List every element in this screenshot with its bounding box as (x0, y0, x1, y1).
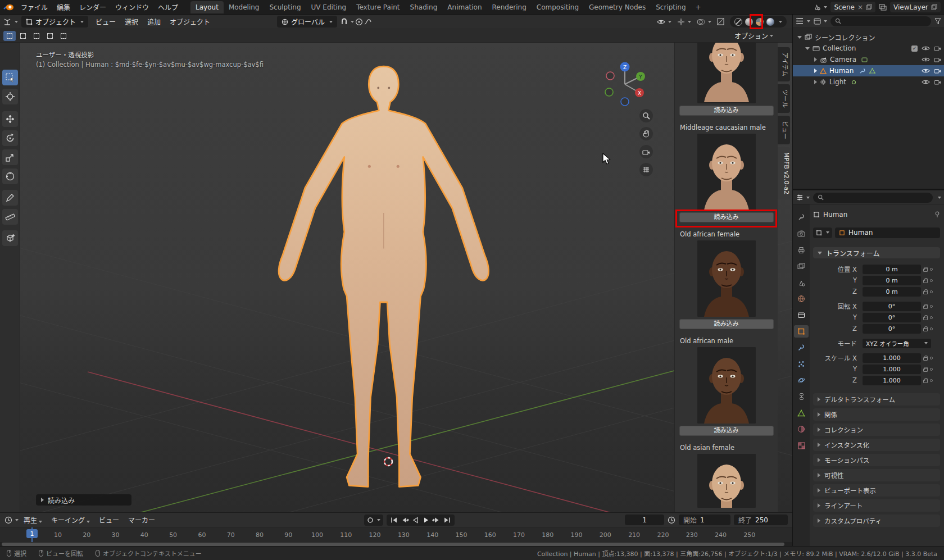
workspace-tab-uv-editing[interactable]: UV Editing (306, 1, 352, 13)
use-preview-range-icon[interactable] (668, 516, 675, 524)
load-preset-button[interactable]: 読み込み (679, 106, 774, 116)
new-viewlayer-icon[interactable] (931, 4, 937, 10)
frame-end-field[interactable]: 終了 250 (734, 515, 788, 525)
disable-render-icon[interactable] (934, 45, 941, 51)
outliner-row-camera[interactable]: Camera (793, 54, 944, 65)
disable-render-icon[interactable] (934, 57, 941, 62)
preset-thumbnail-partial-top[interactable] (697, 43, 756, 103)
section-relations[interactable]: 関係 (813, 408, 940, 421)
playhead-frame-badge[interactable]: 1 (26, 529, 38, 538)
tab-view-layer[interactable] (794, 260, 809, 272)
preset-thumbnail-old-african-female[interactable] (697, 240, 756, 317)
menu-edit[interactable]: 編集 (52, 0, 75, 15)
record-icon[interactable] (367, 517, 374, 523)
section-motion-paths[interactable]: モーションパス (813, 454, 940, 466)
menu-viewport-object[interactable]: オブジェクト (166, 17, 214, 26)
animate-dot-icon[interactable] (930, 368, 933, 371)
toggle-perspective-button[interactable] (639, 163, 653, 176)
section-instancing[interactable]: インスタンス化 (813, 439, 940, 451)
hide-eye-icon[interactable] (922, 68, 930, 74)
menu-file[interactable]: ファイル (16, 0, 52, 15)
tab-object-data[interactable] (794, 407, 809, 419)
play-reverse-button[interactable] (411, 516, 420, 524)
workspace-tab-compositing[interactable]: Compositing (532, 1, 584, 13)
close-icon[interactable]: × (857, 3, 863, 11)
lock-icon[interactable] (923, 268, 928, 272)
sidebar-tab-view[interactable]: ビュー (778, 116, 790, 144)
hide-eye-icon[interactable] (922, 57, 930, 62)
sidebar-tab-tool[interactable]: ツール (778, 84, 790, 113)
animate-dot-icon[interactable] (930, 279, 933, 282)
select-mode-extend-button[interactable] (17, 31, 29, 41)
rotation-z-field[interactable]: 0° (863, 324, 921, 334)
properties-editor-type-button[interactable] (796, 194, 810, 201)
section-delta-transform[interactable]: デルタトランスフォーム (813, 393, 940, 406)
hide-eye-icon[interactable] (922, 79, 930, 85)
sidebar-tab-mpfb[interactable]: MPFB v2.0-a2 (778, 147, 790, 199)
preset-thumbnail-middleage-caucasian-male[interactable] (697, 134, 756, 210)
tab-material[interactable] (794, 423, 809, 435)
viewlayer-browse-button[interactable] (879, 4, 887, 11)
load-preset-button[interactable]: 読み込み (679, 319, 774, 329)
expand-icon[interactable] (814, 69, 817, 73)
workspace-tab-scripting[interactable]: Scripting (651, 1, 691, 13)
scenes-browse-button[interactable] (813, 3, 827, 11)
current-frame-field[interactable]: 1 (625, 515, 664, 525)
tab-physics[interactable] (794, 374, 809, 386)
transform-orientation-dropdown[interactable]: グローバル (277, 16, 337, 28)
snap-toggle[interactable] (341, 18, 354, 25)
timeline-ruler[interactable]: 1020304050607080901001101201301401501601… (0, 527, 792, 542)
lock-icon[interactable] (923, 280, 928, 283)
load-preset-button[interactable]: 読み込み (679, 426, 774, 436)
tool-rotate[interactable] (2, 130, 18, 146)
expand-icon[interactable] (814, 80, 817, 84)
tool-select-box[interactable] (2, 70, 18, 85)
tab-object[interactable] (794, 325, 809, 338)
workspace-tab-animation[interactable]: Animation (442, 1, 487, 13)
workspace-tab-sculpting[interactable]: Sculpting (264, 1, 306, 13)
add-workspace-button[interactable]: + (691, 3, 706, 11)
outliner-row-light[interactable]: Light (793, 76, 944, 88)
animate-dot-icon[interactable] (930, 305, 933, 308)
animate-dot-icon[interactable] (930, 379, 933, 382)
tool-measure[interactable] (2, 209, 18, 225)
location-y-field[interactable]: 0 m (863, 276, 921, 285)
workspace-tab-layout[interactable]: Layout (190, 1, 224, 13)
rotation-y-field[interactable]: 0° (863, 313, 921, 322)
workspace-tab-geometry-nodes[interactable]: Geometry Nodes (584, 1, 651, 13)
gizmos-dropdown[interactable] (677, 18, 691, 26)
section-visibility[interactable]: 可視性 (813, 469, 940, 481)
new-scene-icon[interactable] (866, 4, 872, 10)
next-keyframe-button[interactable] (432, 516, 441, 524)
preset-thumbnail-partial-bottom[interactable] (697, 454, 756, 508)
zoom-button[interactable] (639, 109, 653, 122)
exclude-checkbox[interactable]: ✓ (911, 45, 918, 52)
expand-icon[interactable] (797, 36, 802, 39)
animate-dot-icon[interactable] (930, 357, 933, 359)
disable-render-icon[interactable] (934, 79, 941, 85)
object-visibility-dropdown[interactable] (657, 19, 671, 25)
scale-x-field[interactable]: 1.000 (863, 353, 921, 363)
outliner-display-mode-button[interactable] (814, 18, 827, 25)
menu-keying[interactable]: キーイング (47, 515, 94, 525)
tab-output[interactable] (794, 244, 809, 256)
options-dropdown[interactable]: オプション (734, 31, 773, 40)
viewlayer-name-field[interactable]: ViewLayer (890, 2, 941, 12)
lock-icon[interactable] (923, 328, 928, 331)
human-mesh[interactable] (279, 66, 489, 486)
tab-particles[interactable] (794, 358, 809, 370)
operator-redo-panel[interactable]: 読み込み (36, 494, 131, 506)
scale-z-field[interactable]: 1.000 (863, 376, 921, 385)
scene-name-field[interactable]: Scene × (830, 2, 875, 12)
select-mode-invert-button[interactable] (44, 31, 56, 41)
jump-to-end-button[interactable] (443, 516, 452, 524)
workspace-tab-modeling[interactable]: Modeling (224, 1, 265, 13)
tab-scene[interactable] (794, 276, 809, 289)
workspace-tab-rendering[interactable]: Rendering (487, 1, 532, 13)
breadcrumb-object-name[interactable]: Human (823, 211, 847, 218)
jump-to-start-button[interactable] (389, 516, 398, 524)
tab-constraints[interactable] (794, 390, 809, 403)
animate-dot-icon[interactable] (930, 316, 933, 319)
disable-render-icon[interactable] (934, 68, 941, 74)
tab-tool[interactable] (794, 211, 809, 224)
